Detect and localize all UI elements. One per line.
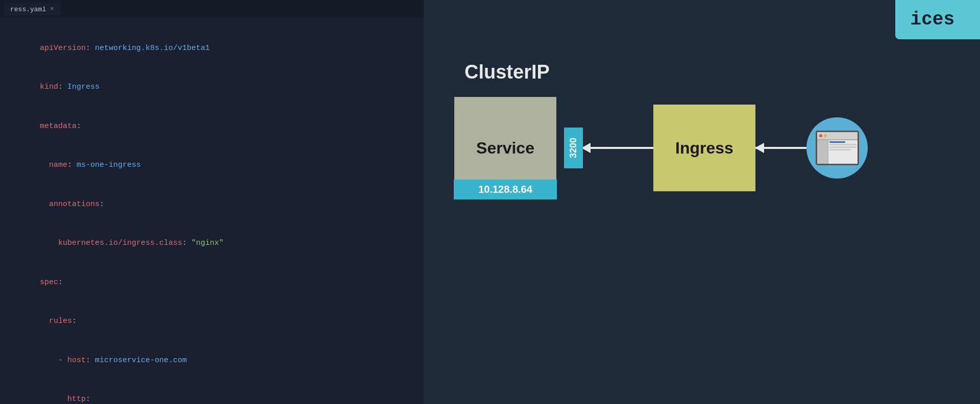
yaml-key: kubernetes.io/ingress.class xyxy=(58,239,182,247)
yaml-value: "nginx" xyxy=(191,239,224,247)
yaml-value: Ingress xyxy=(67,83,100,91)
arrowhead2 xyxy=(755,143,764,153)
code-line: kubernetes.io/ingress.class: "nginx" xyxy=(12,224,411,263)
code-line: apiVersion: networking.k8s.io/v1beta1 xyxy=(12,29,411,68)
service-box: Service 3200 10.128.8.64 xyxy=(454,97,556,199)
yaml-key: rules xyxy=(49,317,72,325)
tab-filename: ress.yaml xyxy=(10,6,46,13)
arrow-browser-to-ingress xyxy=(755,147,806,149)
yaml-key: name xyxy=(49,161,67,169)
browser-line xyxy=(829,149,851,150)
code-line: - host: microservice-one.com xyxy=(12,341,411,380)
browser-line xyxy=(829,144,856,145)
service-box-label: Service xyxy=(476,139,534,158)
code-line: rules: xyxy=(12,302,411,341)
arrow-line xyxy=(582,147,653,149)
yaml-key: apiVersion xyxy=(40,44,86,53)
code-editor-panel: ress.yaml × apiVersion: networking.k8s.i… xyxy=(0,0,424,404)
browser-sidebar xyxy=(817,140,828,164)
port-value: 3200 xyxy=(568,138,579,158)
browser-main xyxy=(828,140,857,164)
arrow-line2 xyxy=(755,147,806,149)
yaml-value: ms-one-ingress xyxy=(77,161,141,169)
browser-dot-yellow xyxy=(824,134,827,137)
clusterip-label: ClusterIP xyxy=(464,61,550,83)
yaml-key: spec xyxy=(40,278,58,287)
code-line: http: xyxy=(12,380,411,405)
code-content: apiVersion: networking.k8s.io/v1beta1 ki… xyxy=(0,18,424,404)
port-badge: 3200 xyxy=(564,128,583,168)
diagram-panel: ices ClusterIP Service 3200 10.128.8.64 … xyxy=(424,0,980,404)
yaml-value: networking.k8s.io/v1beta1 xyxy=(95,44,210,53)
code-line: metadata: xyxy=(12,107,411,146)
code-line: kind: Ingress xyxy=(12,68,411,107)
yaml-key: http xyxy=(67,395,86,403)
yaml-value: microservice-one.com xyxy=(95,356,187,365)
yaml-key: metadata xyxy=(40,122,77,131)
diagram-area: Service 3200 10.128.8.64 Ingress xyxy=(454,97,949,199)
yaml-key: host xyxy=(67,356,86,365)
ingress-box-label: Ingress xyxy=(675,139,733,158)
code-line: annotations: xyxy=(12,185,411,224)
services-banner-text: ices xyxy=(911,9,954,30)
yaml-key: kind xyxy=(40,83,58,91)
browser-dot-red xyxy=(819,134,822,137)
browser-line xyxy=(829,146,856,148)
browser-titlebar xyxy=(817,132,857,140)
tab-bar: ress.yaml × xyxy=(0,0,424,18)
yaml-key: annotations xyxy=(49,200,100,209)
file-tab[interactable]: ress.yaml × xyxy=(4,4,60,15)
browser-icon xyxy=(806,117,868,179)
browser-content-area xyxy=(817,140,857,164)
ingress-box: Ingress xyxy=(653,105,755,191)
ip-badge: 10.128.8.64 xyxy=(454,180,557,199)
browser-window xyxy=(816,131,859,165)
arrow-ingress-to-service xyxy=(582,147,653,149)
code-line: spec: xyxy=(12,263,411,302)
code-line: name: ms-one-ingress xyxy=(12,146,411,185)
browser-line xyxy=(829,141,846,143)
services-banner: ices xyxy=(895,0,980,39)
tab-close-button[interactable]: × xyxy=(50,6,54,13)
